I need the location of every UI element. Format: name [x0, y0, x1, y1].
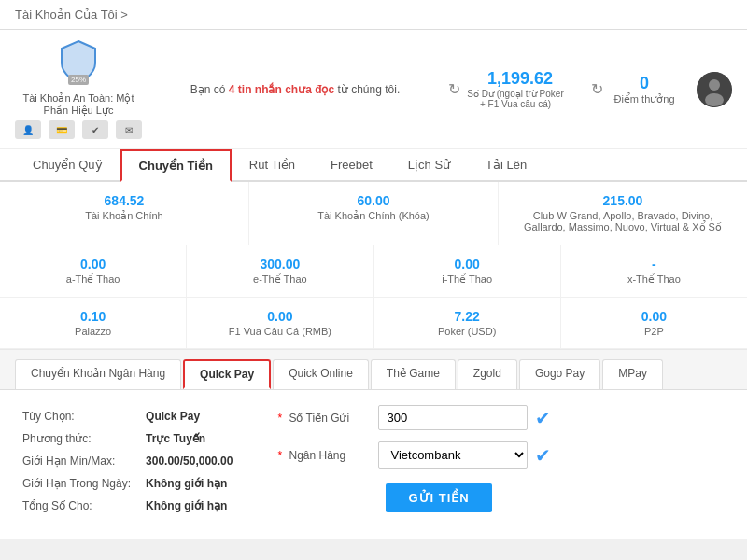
nav-tab-chuyển-tiền[interactable]: Chuyển Tiền [120, 149, 232, 182]
balance-row: 684.52Tài Khoản Chính60.00Tài Khoản Chín… [0, 182, 747, 245]
balance-cell: 0.10Palazzo [0, 298, 187, 348]
account-icons-row: 👤 💳 ✔ ✉ [15, 120, 142, 139]
amount-label: * Số Tiền Gửi [277, 412, 371, 425]
required-star-amount: * [277, 412, 282, 425]
sub-tabs: Chuyển Khoản Ngân HàngQuick PayQuick Onl… [0, 350, 747, 390]
cell-amount: 60.00 [264, 193, 483, 208]
cell-amount: 0.00 [389, 257, 545, 272]
balance-cell: 7.22Poker (USD) [374, 298, 561, 348]
cell-amount: 0.00 [202, 309, 358, 324]
cell-label: Palazzo [15, 326, 171, 337]
balance-section: ↻ 1,199.62 Số Dư (ngoại trừ Poker + F1 V… [448, 69, 576, 109]
balance-label: Số Dư (ngoại trừ Poker + F1 Vua câu cá) [464, 89, 567, 109]
cell-label: Poker (USD) [389, 326, 545, 337]
cell-amount: - [576, 257, 732, 272]
form-info-value: Quick Pay [138, 405, 240, 427]
cell-label: e-Thể Thao [202, 273, 358, 286]
check-icon: ✔ [82, 120, 108, 139]
submit-button[interactable]: GỬI TIỀN [386, 483, 491, 512]
form-info-label: Tùy Chọn: [15, 405, 138, 427]
balance-cell: 60.00Tài Khoản Chính (Khóa) [249, 182, 499, 245]
notification-link[interactable]: 4 tin nhắn chưa đọc [229, 83, 334, 96]
balance-cell: 0.00i-Thể Thao [374, 245, 561, 297]
points-label: Điểm thưởng [607, 93, 682, 105]
form-info-table: Tùy Chọn:Quick PayPhương thức:Trực Tuyến… [15, 405, 240, 517]
balance-cell: 300.00e-Thể Thao [187, 245, 374, 297]
required-star-bank: * [277, 449, 282, 462]
submit-row: GỬI TIỀN [277, 480, 732, 512]
cell-amount: 0.00 [576, 309, 732, 324]
balance-cell: 0.00a-Thể Thao [0, 245, 187, 297]
points-amount: 0 [607, 74, 682, 93]
cell-amount: 215.00 [514, 193, 732, 208]
nav-tab-lịch-sử[interactable]: Lịch Sử [390, 149, 468, 182]
cell-label: Club W Grand, Apollo, Bravado, Divino, G… [514, 210, 732, 233]
form-info-row: Giới Hạn Min/Max:300.00/50,000.00 [15, 450, 240, 472]
sub-tab-mpay[interactable]: MPay [602, 359, 663, 389]
cell-label: i-Thể Thao [389, 273, 545, 286]
nav-tab-chuyển-quỹ[interactable]: Chuyển Quỹ [15, 149, 120, 182]
bank-select[interactable]: VietcombankTechcombankBIDVAgribankVPBank [378, 441, 528, 469]
form-info-label: Phương thức: [15, 427, 138, 450]
mail-icon: ✉ [116, 120, 142, 139]
balance-cell: -x-Thể Thao [561, 245, 747, 297]
nav-tab-freebet[interactable]: Freebet [313, 149, 390, 182]
form-info-row: Tùy Chọn:Quick Pay [15, 405, 240, 427]
form-info: Tùy Chọn:Quick PayPhương thức:Trực Tuyến… [15, 405, 240, 524]
balance-amount: 1,199.62 [464, 69, 576, 89]
nav-tab-rút-tiền[interactable]: Rút Tiền [232, 149, 313, 182]
balance-block: 1,199.62 Số Dư (ngoại trừ Poker + F1 Vua… [464, 69, 576, 109]
cell-label: a-Thể Thao [15, 273, 171, 286]
form-info-row: Giới Hạn Trong Ngày:Không giới hạn [15, 472, 240, 495]
account-security-text: Tài Khoản An Toàn: Một Phần Hiệu Lực [22, 92, 134, 117]
form-right: * Số Tiền Gửi ✔ * Ngân Hàng VietcombankT… [277, 405, 732, 524]
cell-label: x-Thể Thao [576, 273, 732, 286]
balance-cell: 215.00Club W Grand, Apollo, Bravado, Div… [499, 182, 747, 245]
form-info-value: Không giới hạn [138, 495, 240, 517]
cell-amount: 7.22 [389, 309, 545, 324]
sub-tab-gogo-pay[interactable]: Gogo Pay [519, 359, 600, 389]
form-info-label: Tổng Số Cho: [15, 495, 138, 517]
form-info-row: Tổng Số Cho:Không giới hạn [15, 495, 240, 517]
svg-point-1 [709, 79, 720, 91]
refresh-balance-icon[interactable]: ↻ [448, 80, 460, 98]
bank-row: * Ngân Hàng VietcombankTechcombankBIDVAg… [277, 441, 732, 469]
refresh-points-icon[interactable]: ↻ [591, 80, 603, 98]
svg-point-2 [705, 93, 724, 106]
points-block: 0 Điểm thưởng [607, 74, 682, 105]
notification-block: Bạn có 4 tin nhắn chưa đọc từ chúng tôi. [157, 83, 433, 96]
shield-icon: 25% [58, 39, 99, 89]
cell-amount: 684.52 [15, 193, 233, 208]
balance-grid: 684.52Tài Khoản Chính60.00Tài Khoản Chín… [0, 182, 747, 350]
balance-cell: 0.00P2P [561, 298, 747, 348]
balance-cell: 684.52Tài Khoản Chính [0, 182, 249, 245]
notification-suffix: từ chúng tôi. [334, 83, 400, 96]
sub-tab-zgold[interactable]: Zgold [458, 359, 517, 389]
form-content: Tùy Chọn:Quick PayPhương thức:Trực Tuyến… [0, 390, 747, 539]
cell-amount: 0.10 [15, 309, 171, 324]
card-icon: 💳 [49, 120, 75, 139]
amount-check-icon: ✔ [535, 407, 551, 429]
form-info-row: Phương thức:Trực Tuyến [15, 427, 240, 450]
sub-tab-thẻ-game[interactable]: Thẻ Game [371, 359, 456, 389]
nav-tab-tải-lên[interactable]: Tải Lên [468, 149, 544, 182]
cell-amount: 0.00 [15, 257, 171, 272]
sub-tab-quick-online[interactable]: Quick Online [273, 359, 369, 389]
balance-row: 0.10Palazzo0.00F1 Vua Câu Cá (RMB)7.22Po… [0, 298, 747, 349]
amount-input[interactable] [378, 405, 528, 430]
avatar [697, 72, 732, 107]
cell-label: Tài Khoản Chính (Khóa) [264, 210, 483, 222]
breadcrumb[interactable]: Tài Khoản Của Tôi > [15, 7, 128, 21]
sub-tab-chuyển-khoản-ngân-hàng[interactable]: Chuyển Khoản Ngân Hàng [15, 359, 181, 389]
account-security-block: 25% Tài Khoản An Toàn: Một Phần Hiệu Lực… [15, 39, 142, 139]
top-header: Tài Khoản Của Tôi > [0, 0, 747, 30]
form-info-value: Trực Tuyến [138, 427, 240, 450]
sub-tab-quick-pay[interactable]: Quick Pay [183, 359, 271, 389]
notification-prefix: Bạn có [190, 83, 229, 96]
balance-row: 0.00a-Thể Thao300.00e-Thể Thao0.00i-Thể … [0, 245, 747, 298]
amount-row: * Số Tiền Gửi ✔ [277, 405, 732, 430]
pct-badge: 25% [68, 75, 89, 85]
form-info-label: Giới Hạn Trong Ngày: [15, 472, 138, 495]
form-info-value: Không giới hạn [138, 472, 240, 495]
bank-check-icon: ✔ [535, 444, 551, 467]
